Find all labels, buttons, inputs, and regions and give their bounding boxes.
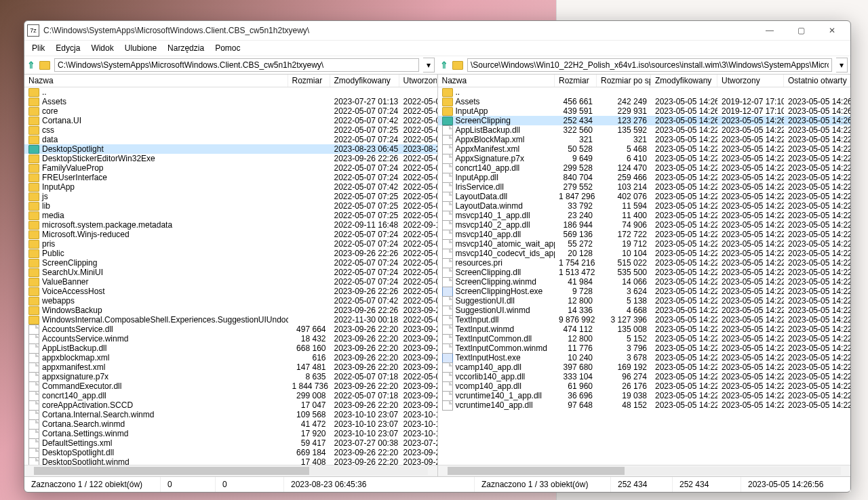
file-icon <box>28 419 39 430</box>
file-icon <box>28 391 39 401</box>
folder-icon <box>452 61 463 70</box>
file-icon <box>442 315 453 325</box>
file-icon <box>442 135 453 145</box>
status-selection-right: Zaznaczono 1 / 33 obiekt(ów) <box>475 477 611 492</box>
file-icon <box>442 258 453 268</box>
path-input-right[interactable] <box>467 58 832 72</box>
titlebar[interactable]: 7z C:\Windows\SystemApps\MicrosoftWindow… <box>24 21 850 41</box>
file-icon <box>442 277 453 287</box>
menu-edycja[interactable]: Edycja <box>51 42 85 54</box>
folder-icon <box>39 61 50 70</box>
file-icon <box>442 249 453 259</box>
file-icon <box>442 362 453 373</box>
file-icon <box>28 353 39 363</box>
file-icon <box>442 381 453 392</box>
path-input-left[interactable] <box>54 58 419 72</box>
file-icon <box>28 334 39 344</box>
window-title: C:\Windows\SystemApps\MicrosoftWindows.C… <box>43 26 754 35</box>
left-panel: Nazwa Rozmiar Zmodyfikowany Utworzony ..… <box>24 75 438 476</box>
maximize-button[interactable]: ▢ <box>785 21 816 40</box>
menubar: PlikEdycjaWidokUlubioneNarzędziaPomoc <box>24 41 850 56</box>
file-icon <box>442 325 453 335</box>
file-icon <box>442 334 453 344</box>
file-icon <box>28 448 39 458</box>
dropdown-icon[interactable]: ▾ <box>836 58 848 72</box>
statusbar: Zaznaczono 1 / 122 obiekt(ów) 0 0 2023-0… <box>24 476 850 492</box>
close-button[interactable]: ✕ <box>816 21 848 40</box>
file-icon <box>442 296 453 306</box>
address-left: ⇑ ▾ <box>24 56 437 74</box>
left-headers[interactable]: Nazwa Rozmiar Zmodyfikowany Utworzony <box>24 75 437 87</box>
list-item[interactable]: vcruntime140_app.dll97 64848 1522023-05-… <box>438 400 851 410</box>
status-selection-left: Zaznaczono 1 / 122 obiekt(ów) <box>24 477 161 492</box>
menu-plik[interactable]: Plik <box>27 42 50 54</box>
menu-narzędzia[interactable]: Narzędzia <box>163 42 209 54</box>
menu-pomoc[interactable]: Pomoc <box>210 42 245 54</box>
address-row: ⇑ ▾ ⇑ ▾ <box>24 56 850 75</box>
file-icon <box>442 182 453 192</box>
up-icon[interactable]: ⇑ <box>27 60 35 70</box>
up-icon[interactable]: ⇑ <box>440 60 448 70</box>
file-icon <box>442 268 453 278</box>
left-rows[interactable]: ..Assets2023-07-27 01:132022-05-0core202… <box>24 87 437 465</box>
file-icon <box>442 372 453 382</box>
h-scrollbar[interactable] <box>24 465 437 476</box>
file-icon <box>28 325 39 335</box>
file-icon <box>442 163 453 173</box>
dropdown-icon[interactable]: ▾ <box>423 58 435 72</box>
file-icon <box>442 173 453 183</box>
file-icon <box>442 400 453 411</box>
app-window: 7z C:\Windows\SystemApps\MicrosoftWindow… <box>24 20 851 493</box>
file-icon <box>442 306 453 316</box>
h-scrollbar[interactable] <box>438 465 851 476</box>
file-icon <box>442 239 453 249</box>
file-icon <box>28 343 39 354</box>
file-icon <box>442 230 453 240</box>
file-icon <box>442 391 453 401</box>
app-icon: 7z <box>27 24 39 37</box>
file-icon <box>28 457 39 465</box>
right-panel: Nazwa Rozmiar Rozmiar po sp... Zmodyfiko… <box>438 75 851 476</box>
file-icon <box>28 372 39 382</box>
file-icon <box>28 429 39 439</box>
file-icon <box>28 400 39 411</box>
file-icon <box>442 211 453 221</box>
right-rows[interactable]: ..Assets456 661242 2492023-05-05 14:2620… <box>438 87 851 465</box>
list-item[interactable]: DesktopSpotlight.winmd17 4082023-09-26 2… <box>24 457 437 465</box>
file-icon <box>442 201 453 211</box>
file-icon <box>442 343 453 354</box>
address-right: ⇑ ▾ <box>437 56 850 74</box>
file-icon <box>442 154 453 164</box>
menu-ulubione[interactable]: Ulubione <box>120 42 161 54</box>
file-icon <box>442 220 453 230</box>
file-icon <box>28 381 39 392</box>
minimize-button[interactable]: — <box>754 21 785 40</box>
file-icon <box>442 125 453 136</box>
right-headers[interactable]: Nazwa Rozmiar Rozmiar po sp... Zmodyfiko… <box>438 75 851 87</box>
file-icon <box>28 362 39 373</box>
file-icon <box>442 144 453 154</box>
file-icon <box>28 410 39 420</box>
menu-widok[interactable]: Widok <box>86 42 118 54</box>
file-icon <box>28 438 39 449</box>
file-icon <box>442 192 453 202</box>
